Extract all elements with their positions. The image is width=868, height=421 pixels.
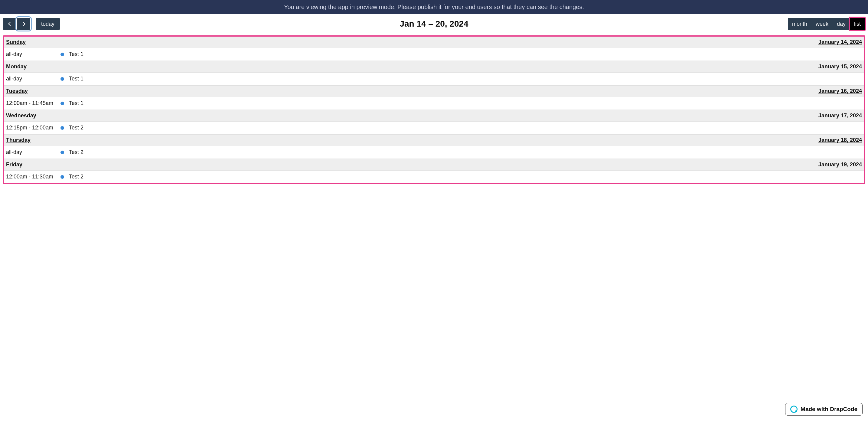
day-header[interactable]: FridayJanuary 19, 2024	[4, 159, 864, 171]
event-row[interactable]: all-dayTest 1	[4, 72, 864, 85]
chevron-right-icon	[21, 22, 25, 26]
view-day-button[interactable]: day	[833, 18, 850, 30]
day-header[interactable]: TuesdayJanuary 16, 2024	[4, 85, 864, 97]
event-title: Test 2	[69, 149, 84, 155]
event-row[interactable]: 12:00am - 11:45amTest 1	[4, 97, 864, 110]
day-header[interactable]: ThursdayJanuary 18, 2024	[4, 134, 864, 146]
calendar-list: SundayJanuary 14, 2024all-dayTest 1Monda…	[3, 35, 865, 184]
view-week-button[interactable]: week	[811, 18, 833, 30]
day-header[interactable]: WednesdayJanuary 17, 2024	[4, 110, 864, 122]
event-title: Test 2	[69, 174, 84, 180]
day-name: Wednesday	[6, 113, 36, 119]
day-date: January 15, 2024	[818, 63, 862, 70]
calendar-title: Jan 14 – 20, 2024	[400, 19, 468, 29]
event-dot-icon	[61, 126, 64, 130]
day-name: Sunday	[6, 39, 26, 46]
day-date: January 18, 2024	[818, 137, 862, 143]
event-title: Test 1	[69, 76, 84, 82]
event-dot-icon	[61, 53, 64, 56]
preview-banner: You are viewing the app in preview mode.…	[0, 0, 868, 14]
event-title: Test 1	[69, 51, 84, 57]
view-list-button[interactable]: list	[850, 18, 865, 30]
event-dot-icon	[61, 151, 64, 154]
chevron-left-icon	[8, 22, 12, 26]
prev-button[interactable]	[3, 18, 16, 30]
event-time: all-day	[6, 149, 61, 155]
day-name: Friday	[6, 161, 22, 168]
event-row[interactable]: all-dayTest 2	[4, 146, 864, 159]
view-switcher: month week day list	[788, 18, 865, 30]
event-dot-icon	[61, 101, 64, 105]
day-date: January 19, 2024	[818, 161, 862, 168]
event-time: 12:15pm - 12:00am	[6, 125, 61, 131]
event-row[interactable]: 12:00am - 11:30amTest 2	[4, 171, 864, 183]
preview-banner-text: You are viewing the app in preview mode.…	[284, 4, 584, 10]
event-title: Test 2	[69, 125, 84, 131]
event-time: all-day	[6, 76, 61, 82]
day-name: Monday	[6, 63, 27, 70]
view-month-button[interactable]: month	[788, 18, 811, 30]
event-title: Test 1	[69, 100, 84, 107]
event-dot-icon	[61, 77, 64, 81]
day-name: Tuesday	[6, 88, 28, 94]
day-date: January 14, 2024	[818, 39, 862, 46]
day-date: January 16, 2024	[818, 88, 862, 94]
day-date: January 17, 2024	[818, 113, 862, 119]
event-time: 12:00am - 11:45am	[6, 100, 61, 107]
day-header[interactable]: MondayJanuary 15, 2024	[4, 61, 864, 72]
event-time: 12:00am - 11:30am	[6, 174, 61, 180]
nav-group: today	[3, 18, 60, 30]
next-button[interactable]	[17, 18, 30, 30]
event-row[interactable]: 12:15pm - 12:00amTest 2	[4, 122, 864, 134]
day-name: Thursday	[6, 137, 31, 143]
event-time: all-day	[6, 51, 61, 57]
today-button[interactable]: today	[36, 18, 60, 30]
day-header[interactable]: SundayJanuary 14, 2024	[4, 37, 864, 48]
event-row[interactable]: all-dayTest 1	[4, 48, 864, 61]
calendar-toolbar: today Jan 14 – 20, 2024 month week day l…	[0, 14, 868, 34]
event-dot-icon	[61, 175, 64, 179]
